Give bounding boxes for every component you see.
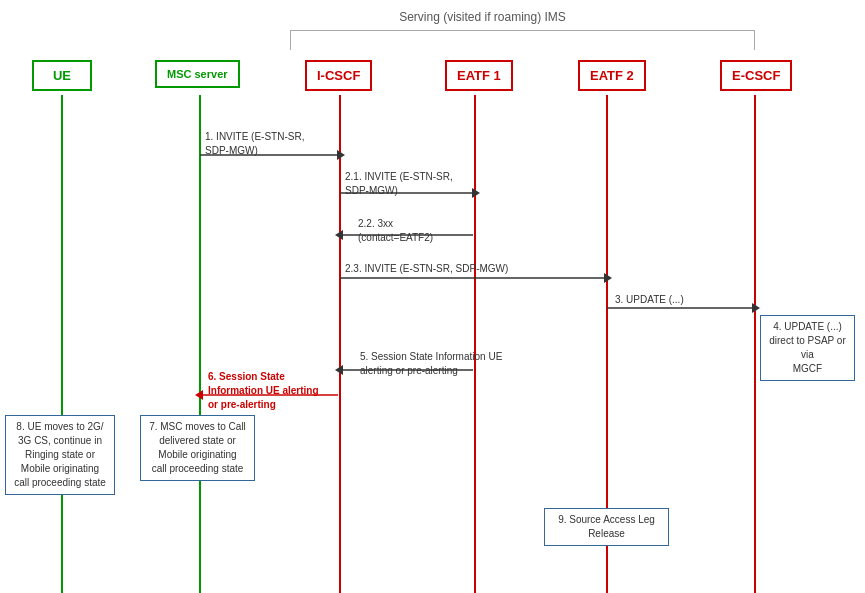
msg21-label: 2.1. INVITE (E-STN-SR,SDP-MGW) (345, 170, 453, 198)
msg6-label: 6. Session StateInformation UE alertingo… (208, 370, 319, 412)
msg8-box: 8. UE moves to 2G/3G CS, continue inRing… (5, 415, 115, 495)
lifeline-ue: UE (32, 60, 92, 91)
svg-marker-17 (335, 365, 343, 375)
lifeline-eatf1: EATF 1 (445, 60, 513, 91)
msg22-label: 2.2. 3xx(contact=EATF2) (358, 217, 433, 245)
svg-marker-9 (472, 188, 480, 198)
lifeline-ecscf: E-CSCF (720, 60, 792, 91)
msg5-label: 5. Session State Information UEalerting … (360, 350, 502, 378)
svg-marker-7 (337, 150, 345, 160)
lifeline-box-ecscf: E-CSCF (720, 60, 792, 91)
svg-marker-15 (752, 303, 760, 313)
lifeline-box-ue: UE (32, 60, 92, 91)
msg9-box: 9. Source Access LegRelease (544, 508, 669, 546)
svg-marker-11 (335, 230, 343, 240)
lifeline-box-eatf1: EATF 1 (445, 60, 513, 91)
msg4-box: 4. UPDATE (...)direct to PSAP or viaMGCF (760, 315, 855, 381)
svg-marker-13 (604, 273, 612, 283)
svg-marker-19 (195, 390, 203, 400)
msg23-label: 2.3. INVITE (E-STN-SR, SDP-MGW) (345, 262, 508, 276)
msg3-label: 3. UPDATE (...) (615, 293, 684, 307)
serving-label: Serving (visited if roaming) IMS (100, 10, 865, 24)
lifeline-eatf2: EATF 2 (578, 60, 646, 91)
lifeline-box-icscf: I-CSCF (305, 60, 372, 91)
lifeline-box-eatf2: EATF 2 (578, 60, 646, 91)
lifeline-msc: MSC server (155, 60, 240, 88)
diagram-container: Serving (visited if roaming) IMS (0, 0, 865, 593)
serving-bracket (290, 30, 755, 50)
msg1-label: 1. INVITE (E-STN-SR,SDP-MGW) (205, 130, 304, 158)
lifeline-box-msc: MSC server (155, 60, 240, 88)
msg7-box: 7. MSC moves to Calldelivered state orMo… (140, 415, 255, 481)
lifeline-icscf: I-CSCF (305, 60, 372, 91)
